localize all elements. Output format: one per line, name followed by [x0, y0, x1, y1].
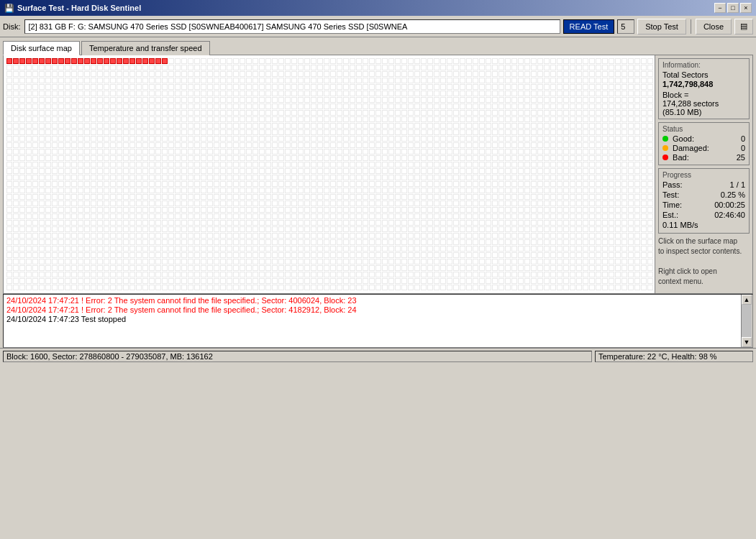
grid-cell[interactable] — [641, 58, 647, 64]
grid-cell[interactable] — [524, 265, 530, 271]
grid-cell[interactable] — [641, 181, 647, 187]
grid-cell[interactable] — [45, 188, 51, 193]
grid-cell[interactable] — [104, 168, 109, 174]
grid-cell[interactable] — [621, 226, 627, 232]
grid-cell[interactable] — [291, 91, 297, 96]
grid-cell[interactable] — [181, 226, 187, 232]
grid-cell[interactable] — [550, 58, 556, 64]
grid-cell[interactable] — [252, 162, 258, 167]
grid-cell[interactable] — [252, 278, 258, 284]
grid-cell[interactable] — [440, 220, 446, 226]
grid-cell[interactable] — [97, 259, 103, 264]
grid-cell[interactable] — [453, 162, 459, 167]
grid-cell[interactable] — [324, 123, 329, 129]
grid-cell[interactable] — [531, 278, 537, 284]
grid-cell[interactable] — [531, 84, 537, 90]
grid-cell[interactable] — [641, 110, 647, 116]
grid-cell[interactable] — [6, 162, 12, 167]
grid-cell[interactable] — [401, 207, 407, 213]
grid-cell[interactable] — [440, 252, 446, 258]
grid-cell[interactable] — [414, 91, 420, 96]
grid-cell[interactable] — [356, 129, 362, 135]
grid-cell[interactable] — [563, 71, 569, 77]
grid-cell[interactable] — [181, 136, 187, 142]
grid-cell[interactable] — [39, 110, 45, 116]
grid-cell[interactable] — [453, 168, 459, 174]
grid-cell[interactable] — [188, 129, 193, 135]
grid-cell[interactable] — [123, 71, 129, 77]
grid-cell[interactable] — [220, 129, 226, 135]
grid-cell[interactable] — [188, 142, 193, 148]
grid-cell[interactable] — [65, 103, 70, 109]
grid-cell[interactable] — [259, 162, 265, 167]
grid-cell[interactable] — [596, 265, 601, 271]
grid-cell[interactable] — [201, 188, 206, 193]
grid-cell[interactable] — [382, 220, 388, 226]
grid-cell[interactable] — [252, 272, 258, 277]
grid-cell[interactable] — [434, 239, 440, 245]
grid-cell[interactable] — [91, 194, 96, 200]
grid-cell[interactable] — [537, 162, 543, 167]
grid-cell[interactable] — [350, 84, 355, 90]
grid-cell[interactable] — [634, 78, 640, 83]
grid-cell[interactable] — [401, 252, 407, 258]
grid-cell[interactable] — [201, 181, 206, 187]
grid-cell[interactable] — [117, 65, 122, 70]
grid-cell[interactable] — [291, 129, 297, 135]
grid-cell[interactable] — [427, 233, 433, 239]
grid-cell[interactable] — [142, 129, 148, 135]
grid-cell[interactable] — [117, 259, 122, 264]
grid-cell[interactable] — [220, 265, 226, 271]
grid-cell[interactable] — [382, 175, 388, 180]
grid-cell[interactable] — [609, 136, 614, 142]
grid-cell[interactable] — [304, 226, 310, 232]
grid-cell[interactable] — [628, 58, 634, 64]
grid-cell[interactable] — [117, 78, 122, 83]
grid-cell[interactable] — [447, 207, 452, 213]
grid-cell[interactable] — [589, 71, 595, 77]
grid-cell[interactable] — [570, 162, 575, 167]
grid-cell[interactable] — [557, 175, 563, 180]
grid-cell[interactable] — [350, 149, 355, 155]
grid-cell[interactable] — [395, 84, 401, 90]
grid-cell[interactable] — [518, 181, 524, 187]
grid-cell[interactable] — [524, 207, 530, 213]
grid-cell[interactable] — [408, 265, 414, 271]
grid-cell[interactable] — [78, 123, 83, 129]
grid-cell[interactable] — [65, 123, 70, 129]
grid-cell[interactable] — [58, 246, 64, 252]
grid-cell[interactable] — [240, 265, 245, 271]
grid-cell[interactable] — [473, 233, 478, 239]
grid-cell[interactable] — [117, 226, 122, 232]
grid-cell[interactable] — [518, 259, 524, 264]
grid-cell[interactable] — [214, 162, 219, 167]
grid-cell[interactable] — [647, 220, 653, 226]
grid-cell[interactable] — [278, 213, 284, 219]
grid-cell[interactable] — [136, 220, 142, 226]
grid-cell[interactable] — [427, 110, 433, 116]
grid-cell[interactable] — [634, 155, 640, 161]
grid-cell[interactable] — [168, 155, 174, 161]
grid-cell[interactable] — [434, 168, 440, 174]
grid-cell[interactable] — [414, 71, 420, 77]
grid-cell[interactable] — [233, 188, 239, 193]
grid-cell[interactable] — [304, 220, 310, 226]
grid-cell[interactable] — [466, 181, 472, 187]
grid-cell[interactable] — [181, 129, 187, 135]
grid-cell[interactable] — [246, 103, 252, 109]
grid-cell[interactable] — [259, 207, 265, 213]
grid-cell[interactable] — [298, 110, 304, 116]
grid-cell[interactable] — [91, 181, 96, 187]
grid-cell[interactable] — [557, 239, 563, 245]
grid-cell[interactable] — [78, 252, 83, 258]
grid-cell[interactable] — [252, 220, 258, 226]
grid-cell[interactable] — [194, 233, 200, 239]
grid-cell[interactable] — [6, 129, 12, 135]
grid-cell[interactable] — [466, 71, 472, 77]
grid-cell[interactable] — [602, 71, 608, 77]
grid-cell[interactable] — [39, 91, 45, 96]
grid-cell[interactable] — [123, 239, 129, 245]
grid-cell[interactable] — [278, 71, 284, 77]
grid-cell[interactable] — [26, 58, 32, 64]
grid-cell[interactable] — [272, 213, 278, 219]
